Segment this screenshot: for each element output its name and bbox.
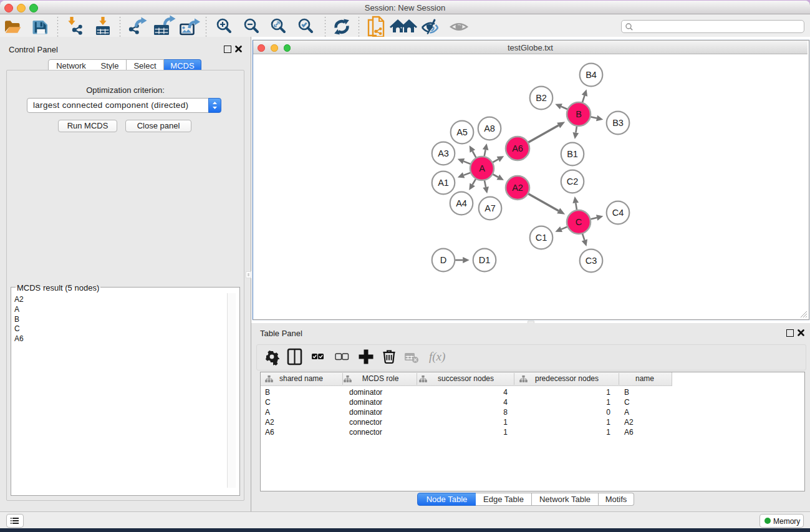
svg-text:B2: B2 — [536, 93, 547, 103]
svg-text:B1: B1 — [567, 149, 578, 159]
svg-text:A1: A1 — [438, 178, 449, 188]
svg-text:C3: C3 — [586, 256, 597, 266]
svg-text:A2: A2 — [512, 183, 523, 193]
svg-text:B4: B4 — [586, 70, 597, 80]
svg-text:A6: A6 — [512, 143, 523, 153]
svg-text:A4: A4 — [456, 198, 467, 208]
svg-text:D: D — [440, 255, 446, 265]
svg-text:A8: A8 — [484, 123, 495, 133]
svg-text:A5: A5 — [456, 127, 468, 137]
svg-text:C1: C1 — [536, 233, 547, 243]
svg-text:C: C — [576, 217, 582, 227]
svg-text:A7: A7 — [485, 203, 496, 213]
svg-text:C2: C2 — [567, 177, 579, 186]
svg-text:A3: A3 — [438, 148, 449, 158]
svg-text:B3: B3 — [612, 118, 624, 128]
svg-text:C4: C4 — [612, 208, 624, 218]
svg-text:A: A — [479, 163, 485, 173]
svg-text:D1: D1 — [479, 255, 491, 265]
svg-text:B: B — [576, 109, 582, 119]
